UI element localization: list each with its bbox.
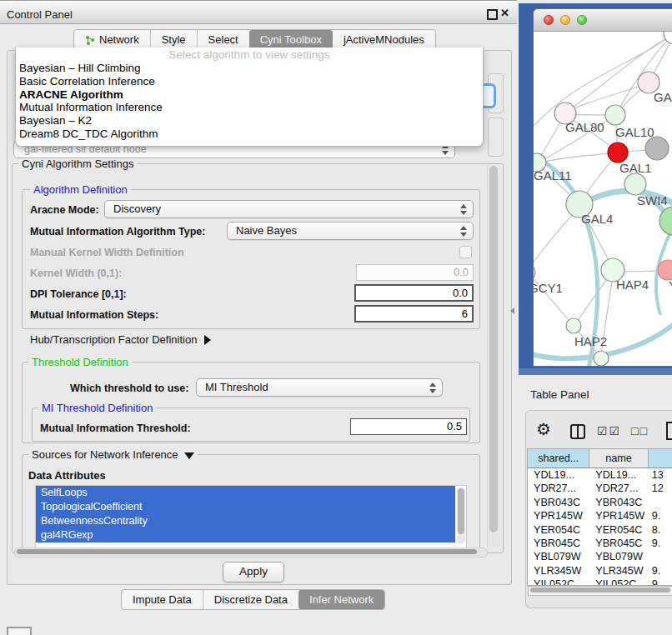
table-horizontal-scrollbar[interactable] [528,586,672,596]
network-window-titlebar[interactable] [534,9,672,32]
settings-group-title: Cyni Algorithm Settings [18,158,137,170]
attribute-item-selected[interactable]: TopologicalCoefficient [36,500,455,514]
data-attributes-list[interactable]: SelfLoops TopologicalCoefficient Between… [35,485,467,548]
node-label: GCY1 [534,281,563,295]
node-label: GAL80 [565,120,604,134]
scrollbar-thumb[interactable] [458,488,464,534]
which-threshold-label: Which threshold to use: [70,382,188,394]
mi-steps-field[interactable]: 6 [354,305,474,322]
control-panel-title: Control Panel [7,8,73,21]
node-label: GAL4 [581,212,613,226]
scrollbar-thumb[interactable] [489,166,498,532]
column-header-name[interactable]: name [589,449,648,468]
attribute-item-selected[interactable]: BetweennessCentrality [36,514,455,528]
scrollbar-thumb[interactable] [17,549,477,554]
node-gal10[interactable] [605,105,625,125]
manual-kernel-label: Manual Kernel Width Definition [30,247,184,258]
aracne-mode-combo[interactable]: Discovery [104,200,474,218]
mi-threshold-label: Mutual Information Threshold: [40,422,191,434]
kernel-width-label: Kernel Width (0,1): [30,268,122,279]
node-swi4[interactable] [624,173,646,195]
dpi-tolerance-label: DPI Tolerance [0,1]: [30,288,127,300]
mi-type-label: Mutual Information Algorithm Type: [30,226,205,238]
algorithm-option[interactable]: Basic Correlation Inference [16,75,483,88]
zoom-traffic-light-icon[interactable] [577,15,587,25]
table-row[interactable]: YIL052CYIL052C9. [528,578,672,586]
column-header-shared-name[interactable]: shared... [528,449,589,468]
hidden-group-fragment-2 [488,118,504,157]
node-label: HAP4 [616,278,649,292]
float-window-icon[interactable] [487,9,498,20]
node-labels: GAL GAL80 GAL10 GAL1 GAL11 SWI4 GAL4 GCY… [534,90,672,348]
expander-expanded-icon [184,452,194,459]
settings-vertical-scrollbar[interactable] [487,166,500,548]
node-hap2[interactable] [566,318,581,333]
network-canvas[interactable]: GAL GAL80 GAL10 GAL1 GAL11 SWI4 GAL4 GCY… [534,32,672,366]
table-row[interactable]: YLR345WYLR345W9. [528,564,672,578]
tab-style[interactable]: Style [150,30,197,49]
split-columns-icon[interactable] [570,424,585,439]
combo-stepper-icon [460,226,467,237]
minimize-traffic-light-icon[interactable] [560,15,570,25]
algorithm-option-selected[interactable]: ARACNE Algorithm [16,88,483,102]
algorithm-option[interactable]: Mutual Information Inference [16,101,483,114]
table-row[interactable]: YBL079WYBL079W [528,550,672,563]
gear-icon[interactable]: ⚙ [536,419,551,439]
tab-select[interactable]: Select [197,30,249,49]
unchecked-pair-icon[interactable]: □□ [631,424,649,438]
table-row[interactable]: YBR043CYBR043C [528,496,672,509]
column-header-partial[interactable] [649,449,672,468]
table-icon[interactable] [666,422,672,440]
node-partial-bottom[interactable] [594,351,609,366]
mi-threshold-field[interactable]: 0.5 [350,418,467,435]
node-table: shared... name YDL19...YDL19...13 YDR27.… [527,448,672,586]
node-gal1[interactable] [608,142,628,162]
manual-kernel-checkbox[interactable] [459,246,472,258]
combo-stepper-icon [460,204,467,215]
algorithm-option[interactable]: Bayesian – K2 [16,114,483,128]
aracne-mode-label: Aracne Mode: [30,204,99,216]
node-gray[interactable] [645,137,669,160]
screen: Control Panel ✕ Network Style Select Cyn… [0,0,672,635]
network-view-window[interactable]: GAL GAL80 GAL10 GAL1 GAL11 SWI4 GAL4 GCY… [533,8,672,367]
table-row[interactable]: YPR145WYPR145W9. [528,509,672,522]
algorithm-placeholder: Select algorithm to view settings [16,48,483,62]
node-label: GAL [654,90,672,104]
node-label: SWI4 [637,193,668,208]
algorithm-option[interactable]: Dream8 DC_TDC Algorithm [16,128,483,141]
mi-type-combo[interactable]: Naive Bayes [227,222,474,240]
node-gcy1[interactable] [534,264,535,281]
sources-group-title[interactable]: Sources for Network Inference [28,448,198,461]
attribute-item-selected[interactable]: gal4RGexp [36,528,455,542]
table-row[interactable]: YDR27...YDR27...12 [528,482,672,495]
tab-discretize-data[interactable]: Discretize Data [203,590,298,609]
tab-infer-network[interactable]: Infer Network [298,590,384,609]
control-panel-titlebar[interactable]: Control Panel ✕ [0,0,517,24]
table-row[interactable]: YBR045CYBR045C9. [528,537,672,550]
table-row[interactable]: YDL19...YDL19...13 [528,468,672,482]
threshold-definition-title: Threshold Definition [28,356,132,368]
checked-pair-icon[interactable]: ☑☑ [597,424,621,438]
node-partial-top[interactable] [664,32,672,44]
table-row[interactable]: YER054CYER054C8. [528,523,672,537]
node-label: GAL1 [619,161,651,175]
tab-impute-data[interactable]: Impute Data [122,590,203,609]
close-window-icon[interactable]: ✕ [500,7,509,19]
tab-jactivemnodules[interactable]: jActiveMNodules [333,30,435,49]
split-pane-collapse-icon[interactable] [510,308,514,314]
dpi-tolerance-field[interactable]: 0.0 [354,284,474,302]
apply-button[interactable]: Apply [223,562,284,582]
combo-stepper-icon [429,382,436,393]
hub-factor-expander[interactable]: Hub/Transcription Factor Definition [30,333,211,346]
collapsed-panel-icon[interactable] [7,627,32,635]
which-threshold-combo[interactable]: MI Threshold [196,378,443,397]
attribute-item-selected[interactable]: SelfLoops [36,486,455,500]
algorithm-option[interactable]: Bayesian – Hill Climbing [16,62,483,75]
scrollbar-thumb[interactable] [530,588,670,592]
list-vertical-scrollbar[interactable] [457,488,465,544]
tab-network[interactable]: Network [74,30,150,49]
settings-horizontal-scrollbar[interactable] [14,548,488,558]
tab-cyni-toolbox[interactable]: Cyni Toolbox [249,30,333,49]
close-traffic-light-icon[interactable] [544,15,554,25]
kernel-width-field[interactable]: 0.0 [356,264,474,281]
